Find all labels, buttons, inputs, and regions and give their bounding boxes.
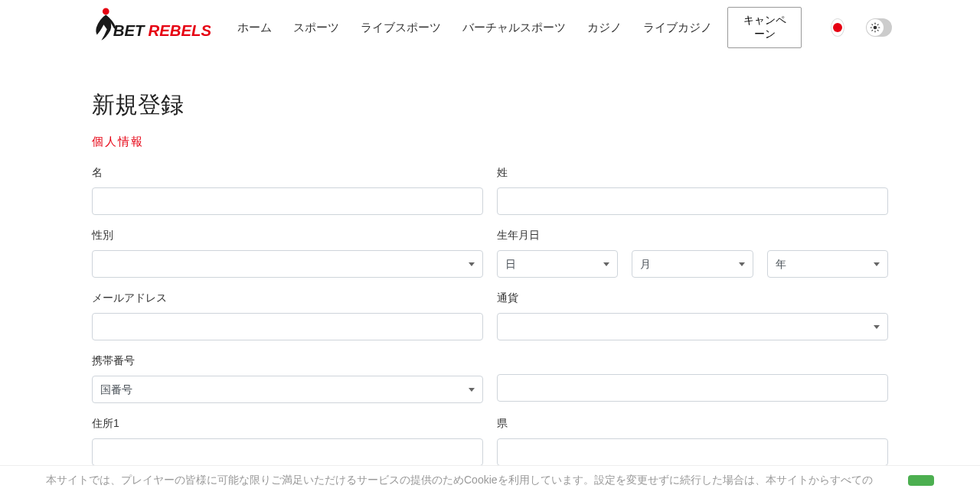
dob-day-select[interactable]: 日 xyxy=(497,250,618,278)
nav-sports[interactable]: スポーツ xyxy=(293,21,339,35)
address-input[interactable] xyxy=(92,438,483,466)
row-gender-dob: 性別 生年月日 日 月 年 xyxy=(92,229,888,278)
email-label: メールアドレス xyxy=(92,291,483,305)
dob-label: 生年月日 xyxy=(497,229,888,243)
svg-line-11 xyxy=(877,24,878,25)
row-address: 住所1 県 xyxy=(92,417,888,466)
nav-home[interactable]: ホーム xyxy=(237,21,272,35)
theme-toggle[interactable] xyxy=(866,18,892,37)
nav-live-casino[interactable]: ライブカジノ xyxy=(643,21,712,35)
nav-casino[interactable]: カジノ xyxy=(587,21,622,35)
nav-virtual-sports[interactable]: バーチャルスポーツ xyxy=(462,21,566,35)
gender-label: 性別 xyxy=(92,229,483,243)
svg-point-3 xyxy=(874,26,877,30)
campaign-button[interactable]: キャンペーン xyxy=(727,7,802,48)
nav-live-sports[interactable]: ライブスポーツ xyxy=(361,21,441,35)
cookie-banner: 本サイトでは、プレイヤーの皆様に可能な限りご満足いただけるサービスの提供のためC… xyxy=(0,465,980,495)
main-content: 新規登録 個人情報 名 姓 性別 生年月日 日 月 xyxy=(92,90,888,495)
sun-icon xyxy=(870,22,880,33)
last-name-input[interactable] xyxy=(497,187,888,215)
email-input[interactable] xyxy=(92,313,483,340)
section-title: 個人情報 xyxy=(92,135,888,149)
phone-spacer xyxy=(497,354,888,366)
dob-year-select[interactable]: 年 xyxy=(767,250,888,278)
currency-select[interactable] xyxy=(497,313,888,340)
first-name-input[interactable] xyxy=(92,187,483,215)
cookie-text: 本サイトでは、プレイヤーの皆様に可能な限りご満足いただけるサービスの提供のためC… xyxy=(46,474,896,487)
language-selector[interactable] xyxy=(831,18,844,37)
cookie-accept-button[interactable] xyxy=(908,475,934,486)
main-nav: ホーム スポーツ ライブスポーツ バーチャルスポーツ カジノ ライブカジノ xyxy=(237,21,712,35)
prefecture-input[interactable] xyxy=(497,438,888,466)
gender-select[interactable] xyxy=(92,250,483,278)
row-phone: 携帯番号 国番号 xyxy=(92,354,888,403)
last-name-label: 姓 xyxy=(497,166,888,180)
dob-month-select[interactable]: 月 xyxy=(632,250,753,278)
logo-icon: BET REBELS xyxy=(88,4,211,51)
svg-text:REBELS: REBELS xyxy=(149,22,211,39)
main-header: BET REBELS ホーム スポーツ ライブスポーツ バーチャルスポーツ カジ… xyxy=(0,0,980,59)
page-title: 新規登録 xyxy=(92,90,888,121)
phone-label: 携帯番号 xyxy=(92,354,483,368)
toggle-knob xyxy=(867,19,884,36)
phone-code-select[interactable]: 国番号 xyxy=(92,376,483,403)
svg-point-0 xyxy=(103,8,109,15)
svg-text:BET: BET xyxy=(113,22,145,39)
currency-label: 通貨 xyxy=(497,291,888,305)
svg-line-10 xyxy=(872,30,873,31)
svg-line-6 xyxy=(872,24,873,25)
row-name: 名 姓 xyxy=(92,166,888,215)
row-email-currency: メールアドレス 通貨 xyxy=(92,291,888,340)
prefecture-label: 県 xyxy=(497,417,888,431)
japan-flag-icon xyxy=(833,23,842,32)
dob-group: 日 月 年 xyxy=(497,250,888,278)
svg-line-7 xyxy=(877,30,878,31)
first-name-label: 名 xyxy=(92,166,483,180)
phone-number-input[interactable] xyxy=(497,374,888,402)
address-label: 住所1 xyxy=(92,417,483,431)
site-logo[interactable]: BET REBELS xyxy=(88,4,211,51)
